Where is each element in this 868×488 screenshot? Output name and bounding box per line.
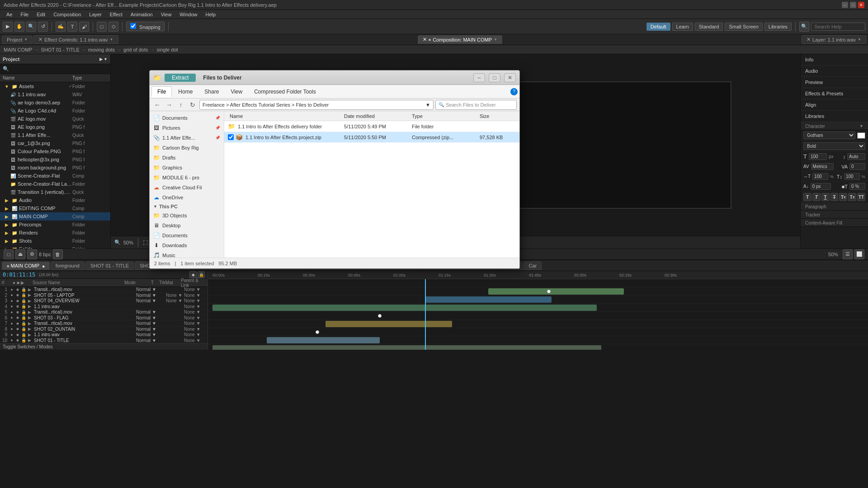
layer-row-8[interactable]: 8 ● ■ 🔒 ▶ SHOT 02_OUNTAIN Normal ▼ None … xyxy=(0,327,208,333)
tree-item-transition[interactable]: 🎬 Transition 1 (vertical).mov Quick xyxy=(0,188,110,196)
layer-row-9[interactable]: 9 ● ■ 🔒 ▶ 1.1 intro.wav Normal ▼ None ▼ xyxy=(0,332,208,338)
fe-sidebar-3d-objects[interactable]: 📁 3D Objects xyxy=(150,211,224,221)
menu-adobe[interactable]: Ae xyxy=(3,11,16,18)
right-panel-libraries[interactable]: Libraries xyxy=(801,111,868,122)
bar-audio[interactable] xyxy=(212,305,597,311)
breadcrumb-item-4[interactable]: grid of dots xyxy=(123,47,148,52)
brush-tool[interactable]: 🖌 xyxy=(79,22,89,32)
settings-button[interactable]: ⚙ xyxy=(27,249,37,259)
vis-icon-6[interactable]: ● xyxy=(9,315,14,320)
scale-v-input[interactable] xyxy=(844,173,860,180)
col-name[interactable]: Name xyxy=(2,75,72,80)
toggle-switches[interactable]: Toggle Switches / Modes xyxy=(0,343,208,350)
tree-item-main-comp[interactable]: ▶ 📊 MAIN COMP Comp xyxy=(0,212,110,221)
vis-icon-4[interactable]: ● xyxy=(9,304,14,309)
expand-icon-8[interactable]: ▶ xyxy=(27,327,32,331)
right-panel-effects-presets[interactable]: Effects & Presets xyxy=(801,88,868,99)
lock-icon-8[interactable]: 🔒 xyxy=(21,327,26,331)
rotation-tool[interactable]: ↺ xyxy=(38,22,48,32)
col-type[interactable]: Type xyxy=(72,75,108,80)
expand-icon-4[interactable]: ▶ xyxy=(27,304,32,309)
tree-item-scene-creator-flat[interactable]: 📊 Scene-Creator-Flat Comp xyxy=(0,172,110,180)
vis-icon-7[interactable]: ● xyxy=(9,321,14,326)
menu-animation[interactable]: Animation xyxy=(127,11,156,18)
italic-btn[interactable]: T xyxy=(812,193,821,201)
character-expand[interactable]: ▼ xyxy=(859,124,863,128)
tsume-input[interactable] xyxy=(849,183,865,190)
right-panel-align[interactable]: Align xyxy=(801,99,868,111)
workspace-standard[interactable]: Standard xyxy=(695,23,723,31)
fe-maximize-button[interactable]: □ xyxy=(489,73,500,82)
fe-tab-view[interactable]: View xyxy=(225,87,248,97)
solo-icon-7[interactable]: ■ xyxy=(15,321,20,326)
fe-tab-file[interactable]: File xyxy=(151,86,172,97)
kerning-input[interactable] xyxy=(811,163,834,170)
lock-icon-6[interactable]: 🔒 xyxy=(21,315,26,320)
superscript-btn[interactable]: Tx xyxy=(839,193,847,201)
solo-icon-3[interactable]: ■ xyxy=(15,299,20,303)
scale-h-input[interactable] xyxy=(812,173,828,180)
workspace-small-screen[interactable]: Small Screen xyxy=(725,23,762,31)
project-panel-expand[interactable]: ▼ xyxy=(104,57,108,61)
fe-file-checkbox[interactable] xyxy=(228,134,234,140)
lock-icon-4[interactable]: 🔒 xyxy=(21,304,26,309)
playhead[interactable] xyxy=(425,279,426,350)
right-panel-audio[interactable]: Audio xyxy=(801,66,868,77)
solo-icon-10[interactable]: ■ xyxy=(15,338,20,343)
fe-extract-button[interactable]: Extract xyxy=(165,74,196,82)
subscript-btn[interactable]: Tx xyxy=(848,193,856,201)
tree-item-editing-comp[interactable]: ▶ 📊 EDITING COMP Comp xyxy=(0,204,110,212)
expand-icon-1[interactable]: ▶ xyxy=(27,287,32,292)
workspace-default[interactable]: Default xyxy=(646,23,670,31)
font-name-select[interactable]: Gotham xyxy=(803,131,855,139)
fe-sidebar-graphics[interactable]: 📁 Graphics xyxy=(150,163,224,173)
tree-item-colour-pallete[interactable]: 🖼 Colour Pallete.PNG PNG f xyxy=(0,147,110,155)
layer-row-4[interactable]: 4 ● ■ 🔒 ▶ 1.1 intro.wav None ▼ xyxy=(0,304,208,310)
lock-icon-9[interactable]: 🔒 xyxy=(21,333,26,337)
tab-composition-main[interactable]: ✕ ■ Composition: MAIN COMP ▼ xyxy=(418,35,502,44)
list-view-button[interactable]: ☰ xyxy=(843,249,853,259)
fe-sidebar-pictures[interactable]: 🖼 Pictures 📌 xyxy=(150,123,224,133)
bar-shot03[interactable] xyxy=(326,321,452,327)
tree-item-ae-logo-png[interactable]: 🖼 AE logo.png PNG f xyxy=(0,123,110,131)
fe-sidebar-this-pc[interactable]: ▼ This PC xyxy=(150,202,224,211)
right-panel-preview[interactable]: Preview xyxy=(801,77,868,88)
bold-btn[interactable]: T xyxy=(803,193,811,201)
bar-shot02[interactable] xyxy=(267,337,380,343)
fe-file-delivery-folder[interactable]: 📁 1.1 Intro to After Effects delivery fo… xyxy=(224,121,519,132)
fe-sidebar-cartoon-boy[interactable]: 📁 Cartoon Boy Rig xyxy=(150,143,224,153)
fe-col-name[interactable]: Name xyxy=(228,113,344,119)
vis-icon-3[interactable]: ● xyxy=(9,299,14,303)
breadcrumb-item-2[interactable]: SHOT 01 - TITLE xyxy=(41,47,80,52)
shape-tool[interactable]: □ xyxy=(97,22,107,32)
snapping-checkbox[interactable]: Snapping xyxy=(126,22,165,31)
menu-composition[interactable]: Composition xyxy=(50,11,85,18)
layer-row-2[interactable]: 2 ● ■ 🔒 ▶ SHOT 05 - LAPTOP Normal ▼ None… xyxy=(0,293,208,299)
tree-item-car-png[interactable]: 🖼 car_1@3x.png PNG f xyxy=(0,139,110,147)
expand-icon-7[interactable]: ▶ xyxy=(27,321,32,326)
tree-item-scene-creator-flat-layers[interactable]: 📁 Scene-Creator-Flat Layers Folder xyxy=(0,180,110,188)
fe-back-button[interactable]: ← xyxy=(152,100,162,109)
text-tool[interactable]: T xyxy=(67,22,77,32)
menu-window[interactable]: Window xyxy=(176,11,201,18)
maximize-button[interactable]: □ xyxy=(850,2,856,8)
fe-sidebar-module6[interactable]: 📁 MODULE 6 - pro xyxy=(150,173,224,183)
hand-tool[interactable]: ✋ xyxy=(14,22,24,32)
vis-icon-8[interactable]: ● xyxy=(9,327,14,331)
layer-row-3[interactable]: 3 ● ■ 🔒 ▶ SHOT 04_OVERVIEW Normal ▼ None… xyxy=(0,298,208,304)
menu-effect[interactable]: Effect xyxy=(106,11,126,18)
fe-address-path[interactable]: Freelance > After Effects Tutorial Serie… xyxy=(199,100,434,110)
fe-sidebar-documents2[interactable]: 📄 Documents xyxy=(150,230,224,240)
trash-button[interactable]: 🗑 xyxy=(53,249,63,259)
tree-item-after-effe[interactable]: 🎬 1.1 After Effe... Quick xyxy=(0,131,110,139)
lock-icon-2[interactable]: 🔒 xyxy=(21,293,26,297)
fe-path-dropdown[interactable]: ▼ xyxy=(425,102,430,108)
strikethrough-btn[interactable]: T xyxy=(830,193,839,201)
fe-forward-button[interactable]: → xyxy=(164,100,174,109)
fe-refresh-button[interactable]: ↻ xyxy=(188,100,198,109)
fe-sidebar-desktop[interactable]: 🖥 Desktop xyxy=(150,221,224,230)
breadcrumb-item-5[interactable]: single dot xyxy=(156,47,178,52)
fe-file-project-zip[interactable]: 📦 1.1 Intro to After Effects project.zip… xyxy=(224,132,519,143)
fit-to-view-icon[interactable]: ⛶ xyxy=(143,240,148,245)
allcaps-btn[interactable]: TT xyxy=(857,193,865,201)
